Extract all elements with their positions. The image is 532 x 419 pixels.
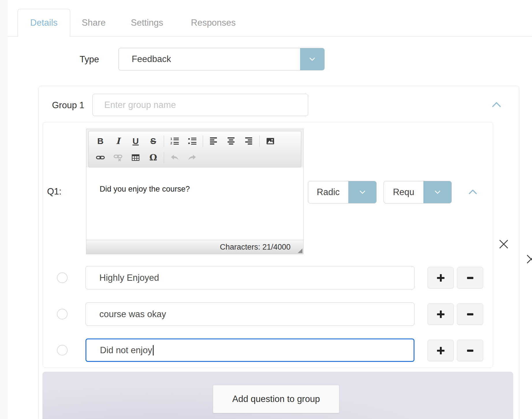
bulleted-list-button[interactable] <box>183 134 201 148</box>
type-label: Type <box>64 54 99 65</box>
remove-option-button[interactable] <box>457 340 483 361</box>
underline-icon: U <box>133 137 139 145</box>
add-option-button[interactable] <box>427 340 454 361</box>
tab-share[interactable]: Share <box>82 9 106 37</box>
toolbar-row-1: B I U S 1 2 <box>92 133 301 149</box>
delete-group-button[interactable] <box>526 254 532 264</box>
question-type-button[interactable] <box>348 181 376 203</box>
underline-button[interactable]: U <box>127 134 144 148</box>
align-center-button[interactable] <box>222 134 240 148</box>
option-input[interactable]: Highly Enjoyed <box>85 266 414 289</box>
insert-image-button[interactable] <box>261 134 279 148</box>
question-text: Did you enjoy the course? <box>100 185 190 193</box>
resize-handle-icon[interactable] <box>298 248 302 253</box>
bulleted-list-icon <box>188 137 197 145</box>
svg-text:2: 2 <box>170 141 172 145</box>
add-option-button[interactable] <box>427 267 454 289</box>
group-name-input[interactable] <box>92 94 308 116</box>
option-text: course was okay <box>99 309 166 319</box>
survey-builder-page: Details Share Settings Responses Type Fe… <box>0 0 532 419</box>
radio-button[interactable] <box>57 309 68 319</box>
strikethrough-icon: S <box>150 137 156 145</box>
character-counter: Characters: 21/4000 <box>220 243 291 251</box>
italic-button[interactable]: I <box>109 134 127 148</box>
add-question-to-group-button[interactable]: Add question to group <box>213 385 339 413</box>
minus-icon <box>465 309 475 319</box>
option-input[interactable]: course was okay <box>85 302 414 326</box>
omega-icon: Ω <box>149 153 157 162</box>
unlink-button[interactable] <box>109 150 127 165</box>
toolbar-separator <box>203 135 203 147</box>
question-label: Q1: <box>47 186 62 197</box>
redo-button[interactable] <box>183 150 201 165</box>
close-icon <box>526 254 532 264</box>
redo-icon <box>188 154 196 161</box>
undo-button[interactable] <box>166 150 183 165</box>
strikethrough-button[interactable]: S <box>144 134 162 148</box>
chevron-down-icon <box>360 190 365 194</box>
radio-button[interactable] <box>57 272 68 283</box>
toolbar-separator <box>259 135 260 147</box>
required-button[interactable] <box>423 181 451 203</box>
type-select-button[interactable] <box>300 48 324 70</box>
italic-icon: I <box>116 137 120 145</box>
unlink-icon <box>114 154 122 161</box>
numbered-list-button[interactable]: 1 2 <box>166 134 183 148</box>
chevron-down-icon <box>309 57 315 61</box>
rich-text-editor: B I U S 1 2 <box>86 129 304 254</box>
chevron-up-icon <box>468 189 477 194</box>
plus-icon <box>436 346 446 356</box>
tab-settings[interactable]: Settings <box>131 9 163 37</box>
link-button[interactable] <box>92 150 109 165</box>
align-left-button[interactable] <box>205 134 222 148</box>
type-select[interactable]: Feedback <box>118 48 325 70</box>
group-collapse-button[interactable] <box>492 102 501 107</box>
required-select[interactable]: Requ <box>384 181 452 203</box>
minus-icon <box>465 273 475 283</box>
required-value: Requ <box>384 181 423 203</box>
special-character-button[interactable]: Ω <box>144 150 162 165</box>
undo-icon <box>170 154 179 161</box>
add-option-button[interactable] <box>427 303 454 325</box>
align-center-icon <box>228 137 235 145</box>
bold-icon: B <box>97 137 104 145</box>
align-right-icon <box>245 137 253 145</box>
chevron-up-icon <box>492 102 501 107</box>
svg-text:1: 1 <box>170 137 172 141</box>
link-icon <box>96 154 105 161</box>
option-text: Highly Enjoyed <box>99 273 159 283</box>
table-icon <box>132 154 139 161</box>
plus-icon <box>436 309 446 319</box>
plus-icon <box>436 273 446 283</box>
image-icon <box>266 138 274 145</box>
question-collapse-button[interactable] <box>468 189 477 194</box>
left-rail <box>0 0 8 419</box>
minus-icon <box>465 346 475 356</box>
toolbar-separator <box>164 152 164 163</box>
bold-button[interactable]: B <box>92 134 109 148</box>
align-left-icon <box>210 137 217 145</box>
insert-table-button[interactable] <box>127 150 144 165</box>
editor-statusbar: Characters: 21/4000 <box>86 240 303 254</box>
question-type-value: Radic <box>308 181 348 203</box>
align-right-button[interactable] <box>240 134 258 148</box>
numbered-list-icon: 1 2 <box>170 137 179 145</box>
delete-question-button[interactable] <box>498 239 509 249</box>
remove-option-button[interactable] <box>457 267 483 289</box>
toolbar-separator <box>164 135 164 147</box>
remove-option-button[interactable] <box>457 303 483 325</box>
editor-toolbar: B I U S 1 2 <box>88 131 301 167</box>
type-select-value: Feedback <box>132 48 171 70</box>
tab-responses[interactable]: Responses <box>191 9 236 37</box>
question-type-select[interactable]: Radic <box>308 181 377 203</box>
toolbar-row-2: Ω <box>92 149 301 166</box>
option-text: Did not enjoy <box>100 345 152 356</box>
tab-details[interactable]: Details <box>18 9 70 37</box>
chevron-down-icon <box>435 190 440 194</box>
group-label: Group 1 <box>52 100 84 111</box>
radio-button[interactable] <box>57 345 68 356</box>
editor-content-area[interactable]: Did you enjoy the course? <box>86 167 303 240</box>
option-input-focused[interactable]: Did not enjoy <box>85 338 414 362</box>
text-cursor <box>153 345 154 356</box>
close-icon <box>498 239 509 249</box>
